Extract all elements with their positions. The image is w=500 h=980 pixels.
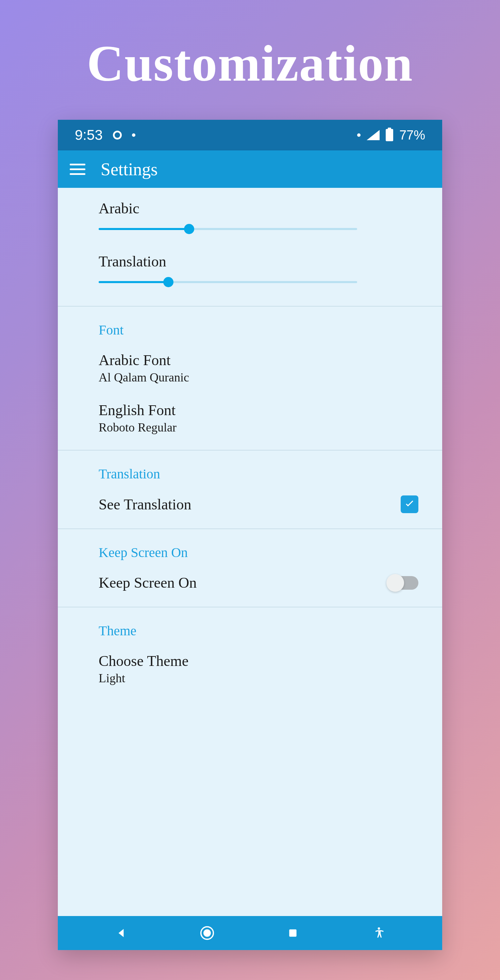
see-translation-title: See Translation <box>98 496 192 513</box>
keep-screen-on-row[interactable]: Keep Screen On <box>98 574 432 592</box>
app-bar: Settings <box>58 150 442 188</box>
battery-percent: 77% <box>399 128 425 143</box>
keep-screen-on-section: Keep Screen On Keep Screen On <box>58 529 442 608</box>
svg-point-3 <box>378 927 380 930</box>
font-section: Font Arabic Font Al Qalam Quranic Englis… <box>58 307 442 450</box>
status-dot-icon <box>132 134 135 137</box>
status-right: 77% <box>357 128 425 143</box>
english-font-value: Roboto Regular <box>98 420 432 434</box>
status-notification-dot-icon <box>357 134 360 137</box>
signal-icon <box>367 130 379 140</box>
status-time: 9:53 <box>75 127 103 143</box>
choose-theme-value: Light <box>98 671 432 685</box>
arabic-font-title: Arabic Font <box>98 352 432 369</box>
status-record-icon <box>113 130 122 140</box>
page-title: Customization <box>87 34 413 92</box>
phone-frame: 9:53 77% Settings Arabic <box>58 120 442 950</box>
keep-screen-on-title: Keep Screen On <box>98 574 197 592</box>
arabic-slider-group: Arabic <box>98 200 432 234</box>
keep-screen-on-toggle[interactable] <box>388 576 418 590</box>
app-bar-title: Settings <box>101 159 158 179</box>
battery-icon <box>386 129 393 141</box>
english-font-item[interactable]: English Font Roboto Regular <box>98 401 432 434</box>
translation-slider-label: Translation <box>98 253 432 270</box>
nav-accessibility-button[interactable] <box>371 925 387 941</box>
nav-bar <box>58 916 442 950</box>
theme-section-header: Theme <box>98 623 432 639</box>
choose-theme-item[interactable]: Choose Theme Light <box>98 652 432 685</box>
see-translation-checkbox[interactable] <box>401 495 418 513</box>
english-font-title: English Font <box>98 401 432 419</box>
nav-home-button[interactable] <box>199 925 215 941</box>
translation-slider[interactable] <box>98 277 357 287</box>
recent-icon <box>287 928 298 939</box>
status-bar: 9:53 77% <box>58 120 442 150</box>
back-icon <box>115 927 127 939</box>
arabic-font-value: Al Qalam Quranic <box>98 370 432 385</box>
keep-screen-on-header: Keep Screen On <box>98 544 432 560</box>
check-icon <box>403 498 416 511</box>
home-icon <box>200 926 214 940</box>
see-translation-row[interactable]: See Translation <box>98 495 432 513</box>
accessibility-icon <box>372 926 386 940</box>
font-section-header: Font <box>98 322 432 338</box>
arabic-slider-label: Arabic <box>98 200 432 217</box>
nav-back-button[interactable] <box>113 925 129 941</box>
arabic-slider[interactable] <box>98 224 357 234</box>
text-size-section: Arabic Translation <box>58 188 442 307</box>
choose-theme-title: Choose Theme <box>98 652 432 670</box>
nav-recent-button[interactable] <box>285 925 301 941</box>
theme-section: Theme Choose Theme Light <box>58 608 442 701</box>
translation-slider-group: Translation <box>98 253 432 287</box>
translation-section: Translation See Translation <box>58 450 442 529</box>
arabic-font-item[interactable]: Arabic Font Al Qalam Quranic <box>98 352 432 385</box>
hamburger-menu-icon[interactable] <box>70 164 86 175</box>
status-left: 9:53 <box>75 127 135 143</box>
svg-rect-2 <box>289 929 297 937</box>
settings-content: Arabic Translation <box>58 188 442 916</box>
translation-section-header: Translation <box>98 466 432 482</box>
svg-point-1 <box>203 929 211 937</box>
